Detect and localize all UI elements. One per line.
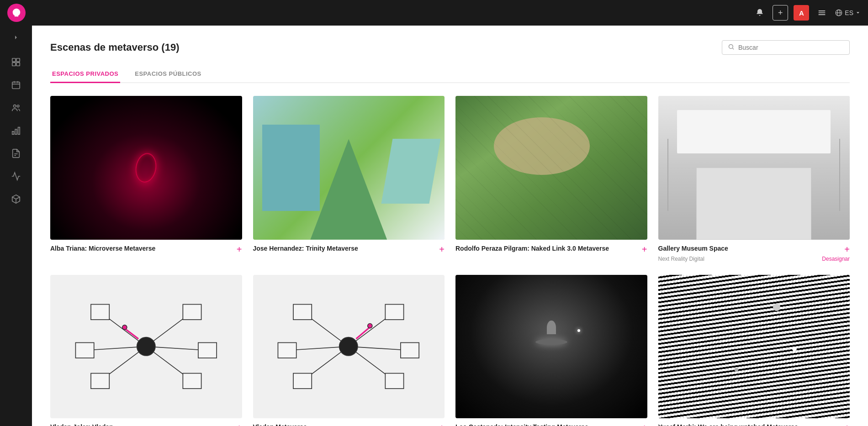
scene-add-btn-3[interactable]: + [642,245,647,254]
logo-icon [11,8,21,18]
scene-name-1: Alba Triana: Microverse Metaverse [50,244,233,253]
scene-thumbnail-4 [658,96,850,240]
notifications-button[interactable] [752,5,767,20]
scene-add-btn-6[interactable]: + [439,423,445,426]
scene-info-6: Vladan Metaverse + [253,423,445,426]
scene-add-btn-1[interactable]: + [237,245,242,254]
document-icon [11,148,21,158]
svg-line-23 [732,48,734,49]
scene-add-btn-8[interactable]: + [844,423,850,426]
sidebar-item-cube[interactable] [0,188,32,210]
scene-name-3: Rodolfo Peraza Pilgram: Naked Link 3.0 M… [455,244,638,253]
scene-desasignar-4[interactable]: Desasignar [822,256,850,262]
scene-add-btn-5[interactable]: + [237,423,242,426]
scene-thumbnail-8 [658,275,850,419]
chevron-down-icon [855,10,861,16]
vladan-diagram-2 [272,289,425,404]
sidebar-item-calendar[interactable] [0,74,32,96]
svg-rect-35 [91,373,109,389]
svg-rect-17 [15,129,17,134]
search-box [722,40,850,55]
topbar-actions: + A ES [752,5,861,21]
scene-add-btn-2[interactable]: + [439,245,445,254]
scene-sub-name-4: Next Reality Digital [658,256,704,262]
scene-name-2: Jose Hernandez: Trinity Metaverse [253,244,436,253]
svg-rect-10 [12,82,20,89]
hamburger-icon [817,8,826,17]
chart-bar-icon [11,126,21,136]
scene-thumbnail-5 [50,275,242,419]
svg-rect-18 [18,127,20,135]
calendar-icon [11,80,21,90]
add-button[interactable]: + [773,5,788,21]
topbar: + A ES [0,0,868,26]
sidebar-item-reports[interactable] [0,119,32,142]
scene-card-7[interactable]: Leo Castaneda: Intensity Testing Metaver… [455,275,647,426]
scene-name-6: Vladan Metaverse [253,423,436,426]
search-input[interactable] [738,44,844,51]
svg-rect-32 [183,305,201,320]
scene-info-1: Alba Triana: Microverse Metaverse + [50,244,242,254]
scene-card-8[interactable]: Yucef Merhi: We are being watched Metave… [658,275,850,426]
bell-icon [755,8,764,17]
globe-icon [835,9,843,17]
sidebar-toggle[interactable] [8,29,24,47]
svg-rect-16 [12,131,14,134]
scene-add-btn-7[interactable]: + [642,423,647,426]
svg-rect-2 [819,14,826,15]
search-icon [728,43,735,52]
vladan-diagram-1 [69,289,223,404]
svg-point-15 [17,105,19,107]
sidebar-item-analytics[interactable] [0,165,32,188]
scene-card-1[interactable]: Alba Triana: Microverse Metaverse + [50,96,242,262]
scene-info-7: Leo Castaneda: Intensity Testing Metaver… [455,423,647,426]
svg-point-45 [339,337,358,356]
svg-rect-31 [91,305,109,320]
scene-thumbnail-3 [455,96,647,240]
scene-info-4: Gallery Museum Space + [658,244,850,254]
svg-point-30 [137,337,155,356]
sidebar-item-dashboard[interactable] [0,51,32,74]
svg-rect-1 [819,12,826,13]
svg-point-53 [368,324,372,328]
svg-rect-46 [293,305,312,320]
scene-sub-4: Next Reality Digital Desasignar [658,256,850,262]
svg-rect-6 [12,58,16,62]
scene-card-4[interactable]: Gallery Museum Space + Next Reality Digi… [658,96,850,262]
svg-rect-7 [16,58,20,62]
tabs: ESPACIOS PRIVADOS ESPACIOS PÚBLICOS [50,66,850,83]
svg-rect-50 [293,373,312,389]
scene-name-5: Vladan Joler: Vladan [50,423,233,426]
sidebar-item-users[interactable] [0,96,32,119]
scene-grid: Alba Triana: Microverse Metaverse + Jose… [50,96,850,426]
language-selector[interactable]: ES [835,9,861,17]
expand-icon [12,34,20,41]
svg-rect-36 [183,373,201,389]
svg-point-14 [14,105,16,108]
scene-name-7: Leo Castaneda: Intensity Testing Metaver… [455,423,638,426]
user-avatar[interactable]: A [794,5,809,21]
logo[interactable] [7,4,26,22]
scene-thumbnail-2 [253,96,445,240]
scene-info-2: Jose Hernandez: Trinity Metaverse + [253,244,445,254]
scene-name-4: Gallery Museum Space [658,244,841,253]
scene-info-5: Vladan Joler: Vladan + [50,423,242,426]
sidebar-item-documents[interactable] [0,142,32,165]
svg-rect-47 [386,305,404,320]
svg-rect-9 [16,63,20,66]
menu-button[interactable] [815,5,829,20]
svg-rect-0 [819,11,826,11]
scene-card-5[interactable]: Vladan Joler: Vladan + [50,275,242,426]
tab-publicos[interactable]: ESPACIOS PÚBLICOS [133,66,203,83]
page-title: Escenas de metaverso (19) [50,42,180,53]
scene-card-2[interactable]: Jose Hernandez: Trinity Metaverse + [253,96,445,262]
scene-card-6[interactable]: Vladan Metaverse + [253,275,445,426]
dashboard-icon [11,57,21,67]
svg-rect-33 [75,343,94,358]
scene-add-btn-4[interactable]: + [844,245,850,254]
analytics-icon [11,171,21,181]
scene-card-3[interactable]: Rodolfo Peraza Pilgram: Naked Link 3.0 M… [455,96,647,262]
sidebar [0,26,32,426]
tab-privados[interactable]: ESPACIOS PRIVADOS [50,66,120,83]
scene-name-8: Yucef Merhi: We are being watched Metave… [658,423,841,426]
